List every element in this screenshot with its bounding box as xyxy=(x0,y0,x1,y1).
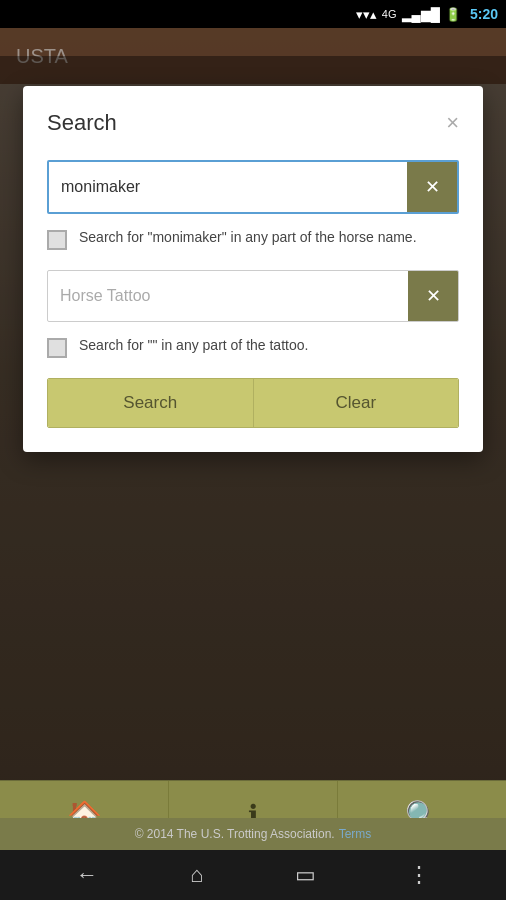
network-type: 4G xyxy=(382,8,397,20)
horse-name-input[interactable] xyxy=(49,166,407,208)
status-icons: ▾▾▴ 4G ▂▄▆█ 🔋 5:20 xyxy=(356,6,498,22)
terms-link[interactable]: Terms xyxy=(339,827,372,841)
status-time: 5:20 xyxy=(470,6,498,22)
dialog-title: Search xyxy=(47,110,117,136)
status-bar: ▾▾▴ 4G ▂▄▆█ 🔋 5:20 xyxy=(0,0,506,28)
tattoo-input-row: ✕ xyxy=(47,270,459,322)
back-button[interactable]: ← xyxy=(76,862,98,888)
dialog-close-button[interactable]: × xyxy=(446,112,459,134)
android-nav-bar: ← ⌂ ▭ ⋮ xyxy=(0,850,506,900)
tattoo-checkbox[interactable] xyxy=(47,338,67,358)
dialog-overlay: Search × ✕ Search for "monimaker" in any… xyxy=(0,56,506,878)
clear-horse-name-button[interactable]: ✕ xyxy=(407,162,457,212)
copyright-bar: © 2014 The U.S. Trotting Association. Te… xyxy=(0,818,506,850)
horse-name-checkbox-label: Search for "monimaker" in any part of th… xyxy=(79,228,417,248)
dialog-header: Search × xyxy=(47,110,459,136)
copyright-text: © 2014 The U.S. Trotting Association. xyxy=(135,827,335,841)
menu-button[interactable]: ⋮ xyxy=(408,862,430,888)
horse-name-checkbox[interactable] xyxy=(47,230,67,250)
home-button[interactable]: ⌂ xyxy=(190,862,203,888)
tattoo-checkbox-label: Search for "" in any part of the tattoo. xyxy=(79,336,308,356)
search-button[interactable]: Search xyxy=(48,379,254,427)
battery-icon: 🔋 xyxy=(445,7,461,22)
action-buttons: Search Clear xyxy=(47,378,459,428)
search-dialog: Search × ✕ Search for "monimaker" in any… xyxy=(23,86,483,452)
recent-apps-button[interactable]: ▭ xyxy=(295,862,316,888)
clear-button[interactable]: Clear xyxy=(254,379,459,427)
horse-name-checkbox-row: Search for "monimaker" in any part of th… xyxy=(47,228,459,250)
clear-tattoo-button[interactable]: ✕ xyxy=(408,271,458,321)
tattoo-checkbox-row: Search for "" in any part of the tattoo. xyxy=(47,336,459,358)
horse-name-input-row: ✕ xyxy=(47,160,459,214)
app-background: USTA Search × ✕ Search for "monimaker" i… xyxy=(0,28,506,900)
signal-icon: ▂▄▆█ xyxy=(402,7,440,22)
wifi-icon: ▾▾▴ xyxy=(356,7,377,22)
tattoo-input[interactable] xyxy=(48,275,408,317)
